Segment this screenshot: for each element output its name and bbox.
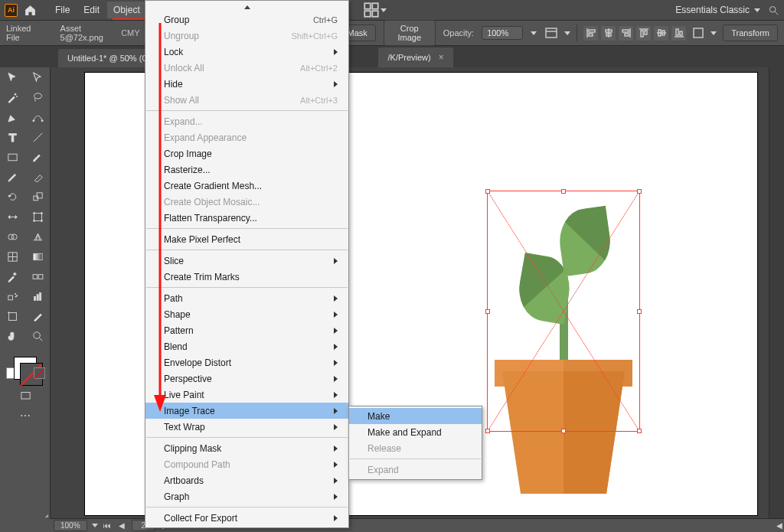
menu-item-shape[interactable]: Shape	[145, 306, 348, 322]
align-to-icon[interactable]	[692, 27, 704, 39]
menu-item-blend[interactable]: Blend	[145, 338, 348, 354]
menu-item-hide[interactable]: Hide	[145, 76, 348, 92]
menu-item-artboards[interactable]: Artboards	[145, 472, 348, 488]
pencil-tool[interactable]	[0, 167, 25, 187]
transform-button[interactable]: Transform	[723, 24, 778, 41]
hand-tool[interactable]	[0, 326, 25, 346]
presets-icon[interactable]	[544, 26, 558, 40]
align-bottom-button[interactable]	[671, 26, 686, 41]
first-artboard-button[interactable]: ⏮	[103, 521, 113, 530]
handle-mr[interactable]	[637, 309, 642, 314]
menu-separator	[146, 228, 348, 229]
magic-wand-tool[interactable]	[0, 87, 25, 107]
menu-item-create-trim-marks[interactable]: Create Trim Marks	[145, 269, 348, 285]
none-mode-icon[interactable]	[34, 367, 45, 379]
selection-tool[interactable]	[0, 67, 25, 87]
submenu-arrow-icon	[334, 81, 338, 87]
shape-builder-tool[interactable]	[0, 227, 25, 246]
edit-toolbar-button[interactable]: ⋯	[0, 406, 51, 426]
right-panel-dock[interactable]	[769, 67, 784, 519]
arrange-documents-icon[interactable]	[364, 2, 379, 18]
handle-bl[interactable]	[485, 429, 490, 433]
handle-bm[interactable]	[561, 429, 566, 433]
handle-tr[interactable]	[637, 189, 642, 194]
gradient-tool[interactable]	[25, 246, 51, 266]
handle-tl[interactable]	[485, 189, 490, 194]
menu-item-path[interactable]: Path	[145, 290, 348, 306]
align-top-button[interactable]	[636, 26, 651, 41]
menu-item-make-pixel-perfect[interactable]: Make Pixel Perfect	[145, 231, 348, 247]
asset-name-label[interactable]: Asset 5@72x.png	[60, 24, 114, 42]
zoom-caret-icon[interactable]	[92, 524, 98, 527]
slice-tool[interactable]	[25, 306, 51, 326]
menu-scroll-up-icon[interactable]	[145, 2, 348, 11]
lasso-tool[interactable]	[25, 87, 51, 107]
handle-ml[interactable]	[485, 309, 490, 314]
align-hcenter-button[interactable]	[601, 26, 616, 41]
zoom-tool[interactable]	[25, 326, 51, 346]
symbol-sprayer-tool[interactable]	[0, 286, 25, 306]
handle-tm[interactable]	[561, 189, 566, 194]
menu-item-pattern[interactable]: Pattern	[145, 322, 348, 338]
curvature-tool[interactable]	[25, 107, 51, 127]
eyedropper-tool[interactable]	[0, 266, 25, 286]
menu-item-rasterize-[interactable]: Rasterize...	[145, 162, 348, 178]
hscroll-left-button[interactable]: ◀	[774, 521, 784, 530]
close-tab-icon[interactable]: ×	[439, 52, 444, 63]
crop-image-button[interactable]: Crop Image	[384, 20, 436, 46]
menu-item-flatten-transparency-[interactable]: Flatten Transparency...	[145, 210, 348, 226]
menu-file[interactable]: File	[49, 2, 76, 18]
svg-rect-26	[694, 28, 703, 38]
document-tab-tail[interactable]: /K/Preview) ×	[378, 47, 452, 67]
menu-item-crop-image[interactable]: Crop Image	[145, 145, 348, 162]
menu-item-text-wrap[interactable]: Text Wrap	[145, 419, 348, 435]
menu-item-clipping-mask[interactable]: Clipping Mask	[145, 440, 348, 456]
submenu-item-make-and-expand[interactable]: Make and Expand	[349, 424, 482, 440]
scale-tool[interactable]	[25, 187, 51, 207]
search-icon[interactable]	[768, 5, 779, 16]
menu-item-collect-for-export[interactable]: Collect For Export	[145, 510, 348, 526]
artboard-tool[interactable]	[0, 306, 25, 326]
eraser-tool[interactable]	[25, 167, 51, 187]
mesh-tool[interactable]	[0, 246, 25, 266]
opacity-caret-icon[interactable]	[531, 31, 537, 35]
menu-item-graph[interactable]: Graph	[145, 488, 348, 504]
menu-object[interactable]: Object	[107, 2, 146, 18]
menu-item-live-paint[interactable]: Live Paint	[145, 387, 348, 403]
column-graph-tool[interactable]	[25, 286, 51, 306]
menu-edit[interactable]: Edit	[77, 2, 106, 18]
menu-item-lock[interactable]: Lock	[145, 44, 348, 60]
menu-item-group[interactable]: GroupCtrl+G	[145, 11, 348, 28]
perspective-grid-tool[interactable]	[25, 227, 51, 246]
workspace-switcher[interactable]: Essentials Classic	[675, 5, 760, 15]
align-vcenter-button[interactable]	[654, 26, 668, 41]
blend-tool[interactable]	[25, 266, 51, 286]
align-left-button[interactable]	[583, 26, 598, 41]
zoom-field[interactable]: 100%	[54, 520, 87, 531]
handle-br[interactable]	[637, 429, 642, 433]
direct-selection-tool[interactable]	[25, 67, 51, 87]
arrange-dropdown-caret-icon[interactable]	[381, 8, 387, 12]
paintbrush-tool[interactable]	[25, 147, 51, 167]
align-right-button[interactable]	[619, 26, 633, 41]
pen-tool[interactable]	[0, 107, 25, 127]
menu-item-envelope-distort[interactable]: Envelope Distort	[145, 354, 348, 370]
type-tool[interactable]	[0, 127, 25, 147]
menu-item-image-trace[interactable]: Image Trace	[145, 403, 348, 419]
svg-point-52	[16, 295, 17, 295]
submenu-item-make[interactable]: Make	[349, 408, 482, 424]
width-tool[interactable]	[0, 207, 25, 227]
menu-item-slice[interactable]: Slice	[145, 253, 348, 269]
free-transform-tool[interactable]	[25, 207, 51, 227]
rectangle-tool[interactable]	[0, 147, 25, 167]
align-to-caret-icon[interactable]	[710, 31, 717, 35]
menu-item-create-gradient-mesh-[interactable]: Create Gradient Mesh...	[145, 178, 348, 194]
menu-item-perspective[interactable]: Perspective	[145, 370, 348, 387]
home-icon[interactable]	[24, 4, 37, 17]
selection-bounding-box[interactable]	[487, 191, 640, 432]
presets-caret-icon[interactable]	[564, 31, 570, 35]
line-tool[interactable]	[25, 127, 51, 147]
rotate-tool[interactable]	[0, 187, 25, 207]
prev-artboard-button[interactable]: ◀	[117, 521, 127, 530]
opacity-field[interactable]: 100%	[482, 26, 523, 40]
